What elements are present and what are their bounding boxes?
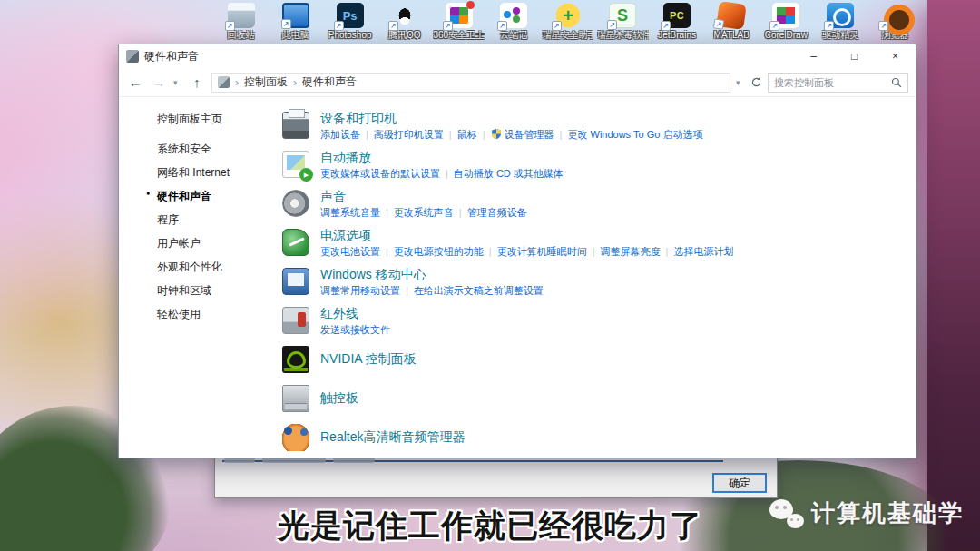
up-icon[interactable]: ↑	[188, 74, 206, 90]
shortcut-arrow-icon: ↗	[443, 21, 453, 31]
sidebar-item[interactable]: 控制面板主页	[157, 112, 271, 127]
category-title[interactable]: 电源选项	[320, 227, 906, 244]
titlebar[interactable]: 硬件和声音 – □ ×	[119, 44, 916, 68]
task-link[interactable]: 添加设备	[320, 129, 360, 140]
main-content: 设备和打印机添加设备|高级打印机设置|鼠标|设备管理器|更改 Windows T…	[271, 97, 916, 458]
matlab-icon: ↗	[716, 1, 747, 30]
sidebar-item[interactable]: 用户帐户	[157, 236, 271, 251]
sidebar-item[interactable]: 网络和 Internet	[157, 165, 271, 181]
task-link[interactable]: 鼠标	[457, 129, 477, 140]
category-title[interactable]: 红外线	[320, 305, 906, 322]
desktop-icon-qq[interactable]: ↗腾讯QQ	[378, 3, 430, 40]
search-box[interactable]	[768, 73, 908, 93]
category-title[interactable]: NVIDIA 控制面板	[320, 345, 906, 372]
sidebar-item[interactable]: 时钟和区域	[157, 283, 271, 299]
category-title[interactable]: 声音	[320, 188, 906, 205]
photoshop-icon: Ps↗	[337, 3, 364, 28]
address-bar[interactable]: › 控制面板 › 硬件和声音	[211, 73, 730, 93]
desktop-icons: ↗回收站↗此电脑Ps↗Photoshop↗腾讯QQ↗360安全卫士↗云笔记+↗瑞…	[215, 3, 921, 40]
task-link[interactable]: 调整系统音量	[320, 207, 380, 218]
forward-icon[interactable]: →	[150, 74, 168, 90]
qq-icon: ↗	[391, 3, 418, 28]
task-link[interactable]: 在给出演示文稿之前调整设置	[414, 285, 544, 296]
desktop-icon-label: 云笔记	[487, 30, 539, 40]
category-title[interactable]: Realtek高清晰音频管理器	[320, 423, 906, 450]
window-icon	[126, 50, 139, 63]
address-dropdown-icon[interactable]: ▾	[736, 78, 745, 87]
task-links: 调整系统音量|更改系统声音|管理音频设备	[320, 205, 906, 221]
task-link[interactable]: 更改电池设置	[320, 246, 380, 257]
history-dropdown-icon[interactable]: ▾	[173, 78, 182, 87]
desktop-icon-corel[interactable]: ↗CorelDraw	[760, 3, 812, 40]
back-icon[interactable]: ←	[126, 74, 144, 90]
ok-button[interactable]: 确定	[712, 473, 767, 493]
category-title[interactable]: Windows 移动中心	[320, 266, 906, 283]
rising-assist-icon: +↗	[554, 3, 582, 28]
desktop-icon-jetbrains[interactable]: PC↗JetBrains	[652, 3, 703, 40]
minimize-button[interactable]: –	[793, 44, 834, 68]
infrared-icon	[282, 307, 309, 334]
link-separator: |	[489, 246, 492, 257]
task-links: 添加设备|高级打印机设置|鼠标|设备管理器|更改 Windows To Go 启…	[320, 127, 906, 143]
sidebar-item[interactable]: 外观和个性化	[157, 260, 271, 275]
shortcut-arrow-icon: ↗	[388, 21, 398, 31]
category-section: ▶自动播放更改媒体或设备的默认设置|自动播放 CD 或其他媒体	[280, 149, 906, 182]
sidebar-item[interactable]: 轻松使用	[157, 307, 271, 322]
desktop-icon-rising-assist[interactable]: +↗瑞星安全助手	[542, 3, 593, 40]
task-link[interactable]: 自动播放 CD 或其他媒体	[454, 168, 564, 179]
sidebar-item[interactable]: 系统和安全	[157, 142, 271, 157]
desktop-icon-label: JetBrains	[652, 30, 703, 40]
rising-av-icon: S↗	[609, 3, 636, 28]
link-separator: |	[483, 129, 485, 140]
breadcrumb-hardware-sound[interactable]: 硬件和声音	[302, 74, 357, 90]
shortcut-arrow-icon: ↗	[661, 21, 671, 31]
play-icon: ▶	[299, 168, 313, 182]
desktop-icon-360[interactable]: ↗360安全卫士	[433, 3, 485, 40]
category-section: NVIDIA 控制面板	[280, 344, 906, 373]
category-section: Realtek高清晰音频管理器	[280, 422, 906, 451]
task-link[interactable]: 高级打印机设置	[374, 129, 444, 140]
breadcrumb-control-panel[interactable]: 控制面板	[244, 74, 288, 90]
mobility-icon	[282, 268, 309, 295]
desktop-icon-label: 360安全卫士	[433, 30, 485, 40]
desktop-icon-notes[interactable]: ↗云笔记	[487, 3, 539, 40]
task-link[interactable]: 更改 Windows To Go 启动选项	[567, 129, 702, 140]
maximize-button[interactable]: □	[834, 44, 875, 68]
task-link[interactable]: 设备管理器	[491, 129, 554, 140]
task-link[interactable]: 调整常用移动设置	[320, 285, 400, 296]
desktop-icon-this-pc[interactable]: ↗此电脑	[270, 3, 321, 40]
task-link[interactable]: 管理音频设备	[467, 207, 527, 218]
category-title[interactable]: 设备和打印机	[320, 110, 906, 127]
desktop-icon-photoshop[interactable]: Ps↗Photoshop	[324, 3, 376, 40]
control-panel-icon	[218, 76, 230, 88]
desktop-icon-rising-av[interactable]: S↗瑞星杀毒软件	[597, 3, 649, 40]
task-link[interactable]: 调整屏幕亮度	[601, 246, 661, 257]
task-link[interactable]: 更改计算机睡眠时间	[497, 246, 587, 257]
desktop-icon-label: 回收站	[215, 30, 267, 40]
desktop-icon-label: 此电脑	[270, 30, 321, 40]
close-button[interactable]: ×	[875, 44, 916, 68]
task-link[interactable]: 选择电源计划	[673, 246, 733, 257]
category-title[interactable]: 自动播放	[320, 149, 906, 166]
desktop-icon-recycle-bin[interactable]: ↗回收站	[215, 3, 267, 40]
search-input[interactable]	[774, 77, 891, 88]
realtek-icon	[282, 424, 309, 451]
sidebar-item[interactable]: 硬件和声音	[157, 189, 271, 204]
driver-icon: ↗	[827, 3, 854, 28]
wallpaper-tree-trunk	[927, 0, 980, 551]
task-link[interactable]: 更改媒体或设备的默认设置	[320, 168, 440, 179]
task-link[interactable]: 发送或接收文件	[320, 324, 390, 335]
search-icon[interactable]	[891, 77, 902, 88]
desktop-icon-label: MATLAB	[706, 30, 758, 40]
desktop-icon-browser[interactable]: ↗浏览器	[869, 3, 921, 40]
shortcut-arrow-icon: ↗	[824, 21, 834, 31]
browser-icon: ↗	[881, 3, 908, 28]
task-link[interactable]: 更改电源按钮的功能	[394, 246, 484, 257]
desktop-icon-driver[interactable]: ↗驱动精灵	[815, 3, 867, 40]
nvidia-icon	[282, 346, 309, 373]
category-title[interactable]: 触控板	[320, 384, 906, 411]
refresh-icon[interactable]	[750, 76, 762, 88]
task-link[interactable]: 更改系统声音	[394, 207, 454, 218]
desktop-icon-matlab[interactable]: ↗MATLAB	[706, 3, 758, 40]
sidebar-item[interactable]: 程序	[157, 212, 271, 228]
